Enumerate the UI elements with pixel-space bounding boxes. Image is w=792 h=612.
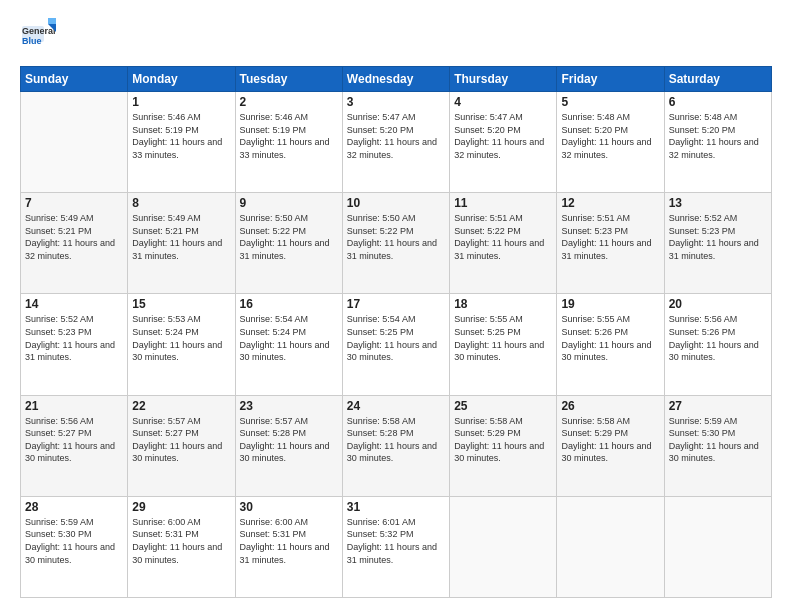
day-info: Sunrise: 5:59 AMSunset: 5:30 PMDaylight:…	[25, 516, 123, 566]
calendar-cell	[21, 92, 128, 193]
weekday-header-sunday: Sunday	[21, 67, 128, 92]
calendar-cell: 22 Sunrise: 5:57 AMSunset: 5:27 PMDaylig…	[128, 395, 235, 496]
calendar-cell: 17 Sunrise: 5:54 AMSunset: 5:25 PMDaylig…	[342, 294, 449, 395]
day-info: Sunrise: 5:49 AMSunset: 5:21 PMDaylight:…	[132, 212, 230, 262]
day-number: 17	[347, 297, 445, 311]
calendar-week-5: 28 Sunrise: 5:59 AMSunset: 5:30 PMDaylig…	[21, 496, 772, 597]
calendar-cell: 10 Sunrise: 5:50 AMSunset: 5:22 PMDaylig…	[342, 193, 449, 294]
day-info: Sunrise: 6:01 AMSunset: 5:32 PMDaylight:…	[347, 516, 445, 566]
svg-marker-5	[48, 18, 56, 24]
day-info: Sunrise: 5:52 AMSunset: 5:23 PMDaylight:…	[669, 212, 767, 262]
calendar-cell: 3 Sunrise: 5:47 AMSunset: 5:20 PMDayligh…	[342, 92, 449, 193]
calendar-cell: 15 Sunrise: 5:53 AMSunset: 5:24 PMDaylig…	[128, 294, 235, 395]
day-info: Sunrise: 5:47 AMSunset: 5:20 PMDaylight:…	[454, 111, 552, 161]
day-number: 28	[25, 500, 123, 514]
day-info: Sunrise: 5:48 AMSunset: 5:20 PMDaylight:…	[561, 111, 659, 161]
calendar-cell: 18 Sunrise: 5:55 AMSunset: 5:25 PMDaylig…	[450, 294, 557, 395]
calendar-cell: 4 Sunrise: 5:47 AMSunset: 5:20 PMDayligh…	[450, 92, 557, 193]
calendar-cell: 31 Sunrise: 6:01 AMSunset: 5:32 PMDaylig…	[342, 496, 449, 597]
day-info: Sunrise: 5:53 AMSunset: 5:24 PMDaylight:…	[132, 313, 230, 363]
svg-text:Blue: Blue	[22, 36, 42, 46]
day-number: 27	[669, 399, 767, 413]
day-number: 10	[347, 196, 445, 210]
svg-text:General: General	[22, 26, 56, 36]
day-number: 31	[347, 500, 445, 514]
page: General Blue SundayMondayTuesdayWednesda…	[0, 0, 792, 612]
day-info: Sunrise: 5:48 AMSunset: 5:20 PMDaylight:…	[669, 111, 767, 161]
calendar-cell: 16 Sunrise: 5:54 AMSunset: 5:24 PMDaylig…	[235, 294, 342, 395]
calendar-cell: 28 Sunrise: 5:59 AMSunset: 5:30 PMDaylig…	[21, 496, 128, 597]
calendar-cell: 12 Sunrise: 5:51 AMSunset: 5:23 PMDaylig…	[557, 193, 664, 294]
weekday-header-thursday: Thursday	[450, 67, 557, 92]
day-number: 22	[132, 399, 230, 413]
header: General Blue	[20, 18, 772, 58]
day-number: 30	[240, 500, 338, 514]
calendar-week-1: 1 Sunrise: 5:46 AMSunset: 5:19 PMDayligh…	[21, 92, 772, 193]
day-info: Sunrise: 5:57 AMSunset: 5:27 PMDaylight:…	[132, 415, 230, 465]
logo-icon: General Blue	[20, 18, 56, 54]
day-number: 26	[561, 399, 659, 413]
day-number: 16	[240, 297, 338, 311]
day-info: Sunrise: 5:50 AMSunset: 5:22 PMDaylight:…	[240, 212, 338, 262]
calendar-week-4: 21 Sunrise: 5:56 AMSunset: 5:27 PMDaylig…	[21, 395, 772, 496]
calendar-cell: 8 Sunrise: 5:49 AMSunset: 5:21 PMDayligh…	[128, 193, 235, 294]
day-info: Sunrise: 5:55 AMSunset: 5:26 PMDaylight:…	[561, 313, 659, 363]
calendar-cell: 21 Sunrise: 5:56 AMSunset: 5:27 PMDaylig…	[21, 395, 128, 496]
calendar-cell: 24 Sunrise: 5:58 AMSunset: 5:28 PMDaylig…	[342, 395, 449, 496]
calendar-cell: 30 Sunrise: 6:00 AMSunset: 5:31 PMDaylig…	[235, 496, 342, 597]
weekday-header-friday: Friday	[557, 67, 664, 92]
calendar-cell: 13 Sunrise: 5:52 AMSunset: 5:23 PMDaylig…	[664, 193, 771, 294]
day-number: 14	[25, 297, 123, 311]
day-info: Sunrise: 5:59 AMSunset: 5:30 PMDaylight:…	[669, 415, 767, 465]
calendar-table: SundayMondayTuesdayWednesdayThursdayFrid…	[20, 66, 772, 598]
day-info: Sunrise: 5:58 AMSunset: 5:29 PMDaylight:…	[561, 415, 659, 465]
day-number: 18	[454, 297, 552, 311]
calendar-cell: 6 Sunrise: 5:48 AMSunset: 5:20 PMDayligh…	[664, 92, 771, 193]
day-number: 3	[347, 95, 445, 109]
day-info: Sunrise: 5:58 AMSunset: 5:28 PMDaylight:…	[347, 415, 445, 465]
calendar-cell: 29 Sunrise: 6:00 AMSunset: 5:31 PMDaylig…	[128, 496, 235, 597]
calendar-cell: 9 Sunrise: 5:50 AMSunset: 5:22 PMDayligh…	[235, 193, 342, 294]
day-info: Sunrise: 5:55 AMSunset: 5:25 PMDaylight:…	[454, 313, 552, 363]
calendar-week-2: 7 Sunrise: 5:49 AMSunset: 5:21 PMDayligh…	[21, 193, 772, 294]
weekday-header-saturday: Saturday	[664, 67, 771, 92]
day-info: Sunrise: 5:51 AMSunset: 5:22 PMDaylight:…	[454, 212, 552, 262]
day-info: Sunrise: 5:57 AMSunset: 5:28 PMDaylight:…	[240, 415, 338, 465]
calendar-cell: 7 Sunrise: 5:49 AMSunset: 5:21 PMDayligh…	[21, 193, 128, 294]
day-info: Sunrise: 5:54 AMSunset: 5:25 PMDaylight:…	[347, 313, 445, 363]
calendar-cell: 26 Sunrise: 5:58 AMSunset: 5:29 PMDaylig…	[557, 395, 664, 496]
day-number: 4	[454, 95, 552, 109]
day-number: 21	[25, 399, 123, 413]
day-number: 20	[669, 297, 767, 311]
day-number: 11	[454, 196, 552, 210]
day-info: Sunrise: 5:50 AMSunset: 5:22 PMDaylight:…	[347, 212, 445, 262]
day-info: Sunrise: 5:46 AMSunset: 5:19 PMDaylight:…	[240, 111, 338, 161]
calendar-cell: 14 Sunrise: 5:52 AMSunset: 5:23 PMDaylig…	[21, 294, 128, 395]
day-number: 5	[561, 95, 659, 109]
day-number: 13	[669, 196, 767, 210]
day-number: 15	[132, 297, 230, 311]
logo: General Blue	[20, 18, 56, 58]
day-info: Sunrise: 5:56 AMSunset: 5:26 PMDaylight:…	[669, 313, 767, 363]
day-number: 24	[347, 399, 445, 413]
day-info: Sunrise: 5:54 AMSunset: 5:24 PMDaylight:…	[240, 313, 338, 363]
day-info: Sunrise: 5:46 AMSunset: 5:19 PMDaylight:…	[132, 111, 230, 161]
calendar-cell: 25 Sunrise: 5:58 AMSunset: 5:29 PMDaylig…	[450, 395, 557, 496]
day-info: Sunrise: 5:47 AMSunset: 5:20 PMDaylight:…	[347, 111, 445, 161]
weekday-header-monday: Monday	[128, 67, 235, 92]
day-number: 25	[454, 399, 552, 413]
day-number: 8	[132, 196, 230, 210]
day-info: Sunrise: 5:56 AMSunset: 5:27 PMDaylight:…	[25, 415, 123, 465]
calendar-cell	[557, 496, 664, 597]
calendar-cell	[450, 496, 557, 597]
day-number: 19	[561, 297, 659, 311]
day-number: 29	[132, 500, 230, 514]
day-number: 23	[240, 399, 338, 413]
weekday-header-wednesday: Wednesday	[342, 67, 449, 92]
day-number: 12	[561, 196, 659, 210]
calendar-cell: 19 Sunrise: 5:55 AMSunset: 5:26 PMDaylig…	[557, 294, 664, 395]
calendar-cell: 1 Sunrise: 5:46 AMSunset: 5:19 PMDayligh…	[128, 92, 235, 193]
calendar-cell: 27 Sunrise: 5:59 AMSunset: 5:30 PMDaylig…	[664, 395, 771, 496]
day-number: 7	[25, 196, 123, 210]
day-number: 6	[669, 95, 767, 109]
